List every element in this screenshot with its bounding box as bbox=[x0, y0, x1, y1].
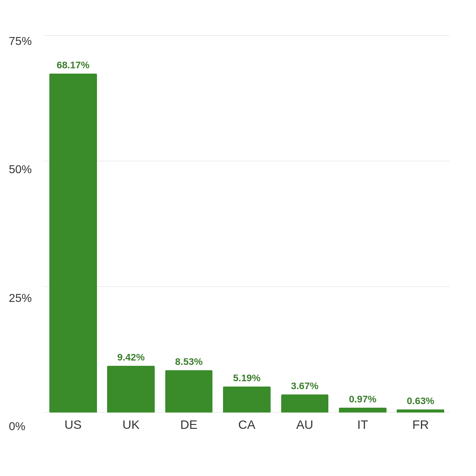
bar-it bbox=[339, 408, 387, 413]
bar-value-fr: 0.63% bbox=[407, 395, 434, 407]
bar-value-au: 3.67% bbox=[291, 380, 318, 392]
x-label-it: IT bbox=[334, 418, 391, 432]
bar-de bbox=[165, 370, 213, 413]
y-label-50: 50% bbox=[9, 164, 32, 175]
bar-group-it: 0.97% bbox=[334, 40, 391, 413]
bar-au bbox=[281, 394, 329, 413]
bar-group-ca: 5.19% bbox=[218, 40, 275, 413]
bar-value-ca: 5.19% bbox=[233, 372, 260, 384]
bar-wrapper-de: 8.53% bbox=[160, 40, 218, 413]
bar-group-uk: 9.42% bbox=[102, 40, 160, 413]
x-label-fr: FR bbox=[392, 418, 450, 432]
bar-group-de: 8.53% bbox=[160, 40, 218, 413]
bar-wrapper-us: 68.17% bbox=[44, 40, 102, 413]
bar-value-it: 0.97% bbox=[349, 394, 376, 405]
x-label-au: AU bbox=[276, 418, 334, 432]
y-axis-labels: 75% 50% 25% 0% bbox=[9, 35, 32, 432]
x-label-de: DE bbox=[160, 418, 218, 432]
bar-wrapper-ca: 5.19% bbox=[218, 40, 275, 413]
bar-us bbox=[49, 74, 97, 413]
x-labels: USUKDECAAUITFR bbox=[44, 418, 450, 432]
bar-group-us: 68.17% bbox=[44, 40, 102, 413]
bar-uk bbox=[107, 366, 155, 413]
bar-value-us: 68.17% bbox=[56, 60, 89, 71]
y-label-25: 25% bbox=[9, 292, 32, 304]
bars-area: 68.17%9.42%8.53%5.19%3.67%0.97%0.63% bbox=[44, 35, 450, 413]
chart-area: 75% 50% 25% 0% 68.17%9.42%8.53%5.19%3.67… bbox=[44, 35, 450, 432]
bar-wrapper-uk: 9.42% bbox=[102, 40, 160, 413]
x-label-uk: UK bbox=[102, 418, 160, 432]
chart-container: 75% 50% 25% 0% 68.17%9.42%8.53%5.19%3.67… bbox=[0, 0, 476, 476]
bar-fr bbox=[397, 409, 444, 413]
bar-value-de: 8.53% bbox=[175, 356, 202, 368]
bar-wrapper-fr: 0.63% bbox=[392, 40, 450, 413]
bar-group-au: 3.67% bbox=[276, 40, 334, 413]
bar-wrapper-it: 0.97% bbox=[334, 40, 391, 413]
x-label-ca: CA bbox=[218, 418, 275, 432]
y-label-75: 75% bbox=[9, 35, 32, 47]
bar-wrapper-au: 3.67% bbox=[276, 40, 334, 413]
bar-value-uk: 9.42% bbox=[117, 352, 145, 363]
x-label-us: US bbox=[44, 418, 102, 432]
bar-group-fr: 0.63% bbox=[392, 40, 450, 413]
y-label-0: 0% bbox=[9, 420, 32, 432]
bar-ca bbox=[223, 387, 271, 413]
